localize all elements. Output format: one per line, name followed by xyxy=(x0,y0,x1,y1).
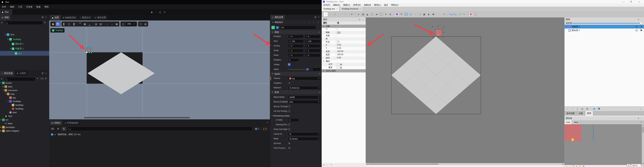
scroll-left-arrow[interactable]: ◀ xyxy=(366,163,368,165)
resize-handle[interactable] xyxy=(88,47,90,49)
float-panel-icon[interactable]: ⧉ xyxy=(359,18,360,21)
float-panel-icon[interactable]: ⧉ xyxy=(638,18,639,21)
export-tileset-button[interactable]: ⇱ xyxy=(572,165,574,167)
menu-help[interactable]: 帮助 xyxy=(42,5,50,8)
select-objects-tool[interactable] xyxy=(394,12,399,16)
scene-node-badge[interactable]: TestMap xyxy=(50,28,64,32)
align-top-button[interactable]: ▔ xyxy=(78,22,82,26)
assets-search-input[interactable] xyxy=(4,77,36,81)
remove-property-button[interactable]: − xyxy=(327,164,328,166)
material-input[interactable]: 无 (Material) ⇱ xyxy=(288,86,321,90)
resize-handle[interactable] xyxy=(91,52,92,53)
insert-polygon-tool[interactable]: ◁ xyxy=(418,12,422,16)
history-forward-icon[interactable]: › xyxy=(313,21,314,24)
minimize-button[interactable]: — xyxy=(622,0,624,3)
help-icon[interactable]: ? xyxy=(41,16,44,19)
layer-visible-icon[interactable] xyxy=(635,26,638,28)
panel-menu-icon[interactable]: ≡ xyxy=(45,16,46,18)
pan-tool[interactable]: ✋ xyxy=(51,22,55,26)
asset-item[interactable]: TSMain xyxy=(0,122,49,125)
prop-row-visible[interactable]: 可见✓ xyxy=(322,41,366,44)
doc-tab-testmap[interactable]: TestMap.tmx× xyxy=(322,7,339,11)
close-panel-icon[interactable]: × xyxy=(641,117,642,119)
tileset-tile-image[interactable] xyxy=(564,124,581,141)
hierarchy-item-testmap[interactable]: ▼ TestMap xyxy=(0,37,49,42)
rotate-left-button[interactable]: ↺ xyxy=(458,12,462,16)
lock-icon[interactable]: ⚿ xyxy=(318,21,319,23)
distribute-v-button[interactable]: ▤ xyxy=(98,22,103,26)
close-tab-icon[interactable]: × xyxy=(360,8,361,10)
insert-text-tool[interactable]: A xyxy=(431,12,436,16)
add-component-button[interactable]: 增加组件 xyxy=(274,21,283,24)
mouse-enabled-select[interactable]: 自动 ▼ xyxy=(288,100,321,104)
redo-button[interactable]: ↷ xyxy=(344,12,348,16)
blend-mode-select[interactable]: 未设置 ▼ xyxy=(288,96,321,99)
insert-point-tool[interactable]: ◎ xyxy=(408,12,413,16)
insert-rectangle-tool[interactable] xyxy=(404,12,408,16)
menu-project[interactable]: 项目 xyxy=(382,4,390,6)
asset-item[interactable]: Test xyxy=(0,114,49,118)
scrollbar-thumb[interactable] xyxy=(368,164,438,165)
tab-scene[interactable]: 场景 xyxy=(50,15,61,20)
prop-row-flip-h[interactable]: 水平 假 xyxy=(322,63,366,66)
prop-row-y[interactable]: Y0.00 xyxy=(322,47,366,50)
asset-item[interactable]: ▼assets xyxy=(0,81,49,85)
restore-button[interactable]: ⧉ xyxy=(630,0,632,3)
resize-handle[interactable] xyxy=(86,47,88,49)
match-width-button[interactable]: ↔ xyxy=(110,22,114,26)
prop-row-x[interactable]: X0.00 xyxy=(322,44,366,47)
resize-handle[interactable] xyxy=(86,49,88,51)
hierarchy-item-test[interactable]: ▼ Test xyxy=(0,32,49,37)
tab-inspector[interactable]: ◫ 属性设置 xyxy=(270,15,285,20)
device-button[interactable]: ▫ xyxy=(156,11,156,13)
terrain-brush-tool[interactable]: ▨ xyxy=(361,12,365,16)
z-index-input[interactable]: 0 xyxy=(288,118,299,122)
scene-canvas[interactable]: ✋ ⇱ ▌ ▒ ▐ ▔ ▩ ▁ ▥ ▤ ↕ ↔ ▦ xyxy=(49,20,270,119)
distribute-h-button[interactable]: ▥ xyxy=(94,22,98,26)
filter-icon[interactable]: ▼ xyxy=(36,77,38,79)
close-button[interactable]: × xyxy=(638,0,640,3)
move-tool[interactable]: + xyxy=(442,12,446,16)
align-left-button[interactable]: ▌ xyxy=(62,22,66,26)
info-count-badge[interactable]: 1 xyxy=(254,127,260,131)
same-tile-select-tool[interactable]: ≣ xyxy=(388,12,392,16)
edit-polygons-tool[interactable]: ⇱ xyxy=(400,12,404,16)
rect-select-tool[interactable] xyxy=(379,12,383,16)
flip-h-checkbox[interactable] xyxy=(337,63,340,65)
copy-log-icon[interactable]: ⧉ xyxy=(56,127,60,131)
prop-row-flip-v[interactable]: 垂直 假 xyxy=(322,66,366,69)
tab-animation-state-machine[interactable]: ⧉ 动画状态机 xyxy=(61,15,78,20)
position-x-input[interactable]: X0 xyxy=(288,35,304,38)
visible-checkbox[interactable]: ✓ xyxy=(337,41,340,43)
open-file-button[interactable]: ▭ xyxy=(328,12,332,16)
align-center-h-button[interactable]: ▒ xyxy=(67,22,71,26)
expander-icon[interactable]: ▼ xyxy=(10,48,12,49)
flip-vertical-button[interactable]: ◤◣ xyxy=(453,12,457,16)
tab-layers[interactable]: 图层 xyxy=(586,111,593,116)
mouse-through-checkbox[interactable] xyxy=(288,105,290,108)
picker-icon[interactable]: ⇱ xyxy=(318,138,320,140)
post-process-icon[interactable]: ◎ xyxy=(288,147,290,149)
section-rendering-order[interactable]: ▼Rendering Order xyxy=(270,114,322,118)
layer-unlocked-icon[interactable] xyxy=(640,26,642,27)
chevron-down-icon[interactable]: ▼ xyxy=(640,121,642,123)
visible-checkbox[interactable]: ✓ xyxy=(288,63,290,66)
scale-y-input[interactable]: Y1 xyxy=(305,49,320,52)
warning-count-badge[interactable]: ▲ 0 xyxy=(262,127,268,131)
highlight-layer-button[interactable] xyxy=(592,107,596,111)
opacity-slider-track[interactable] xyxy=(572,23,641,23)
rotate-right-button[interactable]: ↻ xyxy=(462,12,466,16)
anchor-x-input[interactable]: X0 xyxy=(288,44,304,48)
menu-layer[interactable]: 图层(L) xyxy=(372,4,382,6)
layer-visible-icon[interactable] xyxy=(635,29,638,31)
hit-area-icon[interactable]: ◎ xyxy=(288,142,290,144)
menu-file[interactable]: 文件(F) xyxy=(322,4,332,6)
split-view-icon[interactable]: ◫◫ xyxy=(40,77,44,79)
console-search-input[interactable] xyxy=(67,127,252,131)
new-layer-button[interactable]: ✦ xyxy=(566,107,570,111)
prop-group-object[interactable]: ▼对象 xyxy=(322,25,366,28)
anchor-point-handle[interactable] xyxy=(86,51,88,53)
picker-icon[interactable]: ⇱ xyxy=(318,87,320,89)
magic-wand-tool[interactable]: ✳ xyxy=(384,12,388,16)
close-tab-icon[interactable]: × xyxy=(336,8,338,10)
